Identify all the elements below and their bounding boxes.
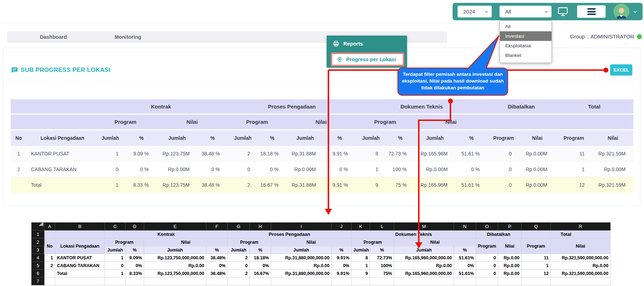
- reports-menu-header[interactable]: Reports: [327, 36, 407, 47]
- comment-icon: [11, 67, 18, 74]
- page-title: SUB PROGRESS PER LOKASI: [21, 67, 111, 74]
- subheader-program: Program: [94, 115, 157, 130]
- group-label: Group :: ADMINISTRATOR: [570, 33, 642, 39]
- menu-item-label: Progress per Lokasi: [346, 57, 396, 62]
- table-subgroup-header-row: Program Nilai Program Nilai Program Nila…: [11, 115, 633, 130]
- excel-row-6: 6 Total 18.33% Rp.123,750,000,000.0038.4…: [32, 270, 611, 277]
- excel-select-all-corner: [32, 223, 44, 231]
- user-avatar[interactable]: [613, 4, 629, 20]
- dropdown-option-all[interactable]: All: [500, 22, 551, 31]
- status-online-dot: [637, 34, 642, 39]
- col-no: No: [11, 130, 27, 146]
- filter-select[interactable]: All: [500, 6, 551, 17]
- arrowhead-down-left: [325, 209, 332, 215]
- hamburger-menu-button[interactable]: [577, 5, 606, 18]
- subheader-program: Program: [356, 115, 415, 130]
- subheader-nilai: Nilai: [157, 115, 228, 130]
- callout-tooltip: Terdapat filter pemisah antara investasi…: [397, 68, 508, 96]
- excel-row-2: 2 No Lokasi Pengadaan Program Nilai Prog…: [32, 238, 611, 246]
- callout-text: Terdapat filter pemisah antara investasi…: [402, 72, 504, 90]
- menu-item-progress-per-lokasi[interactable]: Progress per Lokasi: [331, 53, 404, 66]
- table-column-header-row: No Lokasi Pengadaan Jumlah% Jumlah% Juml…: [11, 130, 633, 146]
- nav-item-monitoring[interactable]: Monitoring: [115, 31, 141, 43]
- excel-row-5: 5 2CABANG TARAKAN 00% Rp.0.000% 00% Rp.0…: [32, 262, 611, 270]
- monitor-icon[interactable]: [557, 7, 569, 16]
- excel-row-1: 1 Kontrak Proses Pengadaan Dokumen Tekni…: [32, 231, 611, 238]
- subheader-nilai: Nilai: [415, 115, 487, 130]
- table-row: 1KANTOR PUSAT 19.09 % Rp.123.75M38.48 % …: [11, 146, 633, 161]
- group-header-dokumen-teknis: Dokumen Teknis: [356, 99, 487, 115]
- map-pin-icon: [337, 57, 343, 63]
- excel-column-letters-row: AB CD EF GH IJ KL MN OP QR: [32, 223, 611, 231]
- filter-dropdown-menu: All Investasi Eksploitasia Blanket: [500, 20, 552, 63]
- group-header-proses-pengadaan: Proses Pengadaan: [228, 99, 356, 115]
- subheader-program: Program: [228, 115, 286, 130]
- nav-item-dashboard[interactable]: Dashboard: [40, 31, 67, 43]
- dropdown-option-blanket[interactable]: Blanket: [500, 51, 551, 60]
- col-lokasi: Lokasi Pengadaan: [27, 130, 94, 146]
- filter-select-value: All: [505, 9, 511, 15]
- printer-icon: [333, 40, 339, 47]
- dropdown-option-investasi[interactable]: Investasi: [500, 31, 551, 41]
- excel-table: AB CD EF GH IJ KL MN OP QR 1 Kontrak Pro…: [31, 222, 611, 285]
- excel-export-button[interactable]: EXCEL: [610, 64, 632, 75]
- excel-row-4: 4 1KANTOR PUSAT 19.09% Rp.123,750,000,00…: [32, 254, 611, 262]
- card-divider: [3, 82, 640, 82]
- topbar-widget: 2024 All: [453, 3, 643, 20]
- progress-table: Kontrak Proses Pengadaan Dokumen Teknis …: [11, 99, 633, 193]
- year-select-value: 2024: [463, 9, 475, 15]
- avatar-person-icon: [613, 4, 629, 20]
- excel-screenshot: AB CD EF GH IJ KL MN OP QR 1 Kontrak Pro…: [31, 222, 611, 286]
- year-select[interactable]: 2024: [458, 6, 492, 17]
- chevron-down-icon: [544, 10, 548, 14]
- screen: Dashboard Monitoring Group :: ADMINISTRA…: [0, 0, 644, 286]
- chevron-down-icon[interactable]: [633, 9, 638, 14]
- table-group-header-row: Kontrak Proses Pengadaan Dokumen Teknis …: [11, 99, 633, 115]
- table-total-row: Total 18.33 % Rp.123.75M38.48 % 216.67 %…: [11, 177, 633, 193]
- group-label-text: Group :: ADMINISTRATOR: [570, 33, 634, 39]
- group-header-total: Total: [555, 99, 633, 115]
- reports-menu: Reports Progress per Lokasi: [327, 36, 407, 68]
- reports-menu-label: Reports: [343, 41, 363, 47]
- group-header-kontrak: Kontrak: [94, 99, 228, 115]
- table-row: 2CABANG TARAKAN 00 % Rp.0.00M0 % 00 % Rp…: [11, 161, 633, 177]
- excel-row-7: 7: [32, 277, 611, 285]
- page-heading: SUB PROGRESS PER LOKASI: [11, 67, 111, 74]
- subheader-nilai: Nilai: [286, 115, 356, 130]
- chevron-down-icon: [484, 10, 489, 14]
- dropdown-option-eksploitasi[interactable]: Eksploitasia: [500, 41, 551, 51]
- group-header-dibatalkan: Dibatalkan: [487, 99, 555, 115]
